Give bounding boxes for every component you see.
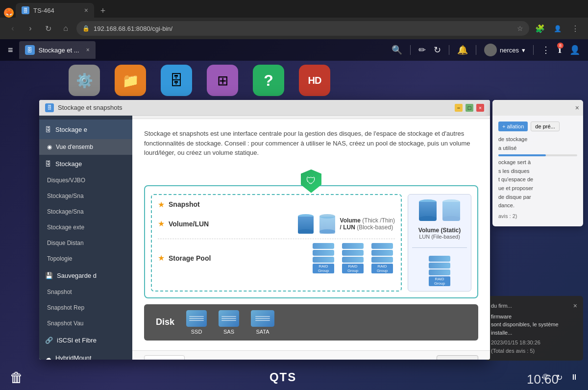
dialog-footer: Ignorer Suivant [132, 350, 490, 360]
user-settings-icon[interactable]: 👤 [569, 45, 580, 55]
disk-row: Disk [144, 304, 478, 341]
address-text: 192.168.68.61:8080/cgi-bin/ [94, 25, 172, 32]
sidebar-item-snapshot-rep[interactable]: Snapshot Rep [39, 300, 132, 316]
browser-tabs: 🦊 🗄 TS-464 × + [0, 0, 588, 18]
sidebar-item-snapshot-vau[interactable]: Snapshot Vau [39, 316, 132, 331]
qts-desktop: ≡ 🗄 Stockage et ... × 🔍 ✏ ↻ 🔔 nerces ▾ ⋮… [0, 39, 588, 390]
sata-line-1 [255, 316, 270, 317]
minimize-button[interactable]: − [455, 104, 463, 112]
browser-toolbar: ‹ › ↻ ⌂ 🔒 192.168.68.61:8080/cgi-bin/ ☆ … [0, 18, 588, 39]
topbar-separator-2 [449, 45, 449, 55]
raid-group-icon-1: RAIDGroup [311, 243, 336, 273]
arch-inner-dynamic: ★ Snapshot ★ Volume/LUN [151, 194, 402, 292]
iscsi-label: iSCSI et Fibre [57, 337, 97, 344]
trash-icon[interactable]: 🗑 [10, 369, 24, 386]
right-panel-text-2: a utilisé [498, 144, 577, 153]
storage-app-tab[interactable]: 🗄 Stockage et ... × [19, 41, 96, 59]
installation-button[interactable]: + allation [498, 122, 528, 131]
sas-slot-body [219, 310, 239, 327]
storage-pool-row: ★ Storage Pool [158, 243, 395, 273]
tab-label: TS-464 [33, 7, 54, 14]
iscsi-icon: 🔗 [45, 337, 53, 344]
ssd-line-1 [189, 316, 204, 317]
next-button[interactable]: Suivant [437, 355, 478, 360]
help-app-icon[interactable]: ? [253, 65, 284, 96]
right-panel-text-1: de stockage [498, 135, 577, 144]
tab-close-button[interactable]: × [84, 6, 88, 14]
sas-slot [219, 310, 239, 327]
files-app-icon[interactable]: 📁 [115, 65, 146, 96]
back-button[interactable]: ‹ [6, 22, 20, 35]
profile-icon[interactable]: 👤 [551, 22, 564, 35]
refresh-icon[interactable]: ↻ [434, 45, 441, 55]
progress-bar-fill [498, 154, 546, 156]
address-bar[interactable]: 🔒 192.168.68.61:8080/cgi-bin/ ☆ [76, 21, 529, 36]
storage-sidebar: 🗄 Stockage e ◉ Vue d'ensemb 🗄 Stockage D… [39, 116, 132, 360]
snapshot-star-icon: ★ [158, 200, 165, 209]
static-vol-icon-2 [441, 199, 461, 221]
bell-icon[interactable]: 🔔 [457, 45, 468, 55]
storage-titlebar-icon: 🗄 [45, 103, 54, 112]
database-app-icon[interactable]: 🗄 [161, 65, 192, 96]
notification-text: firmware sont disponibles, le système in… [491, 313, 577, 355]
settings-app-icon[interactable]: ⚙️ [69, 65, 100, 96]
qts-time-display: 10:60 [527, 372, 559, 387]
user-menu[interactable]: nerces ▾ [484, 44, 525, 56]
extensions-icon[interactable]: 🧩 [533, 22, 547, 35]
sata-slot-body [251, 310, 274, 327]
arch-static-panel: Volume (Static) LUN (File-based) [408, 194, 471, 292]
storage-app-tab-close[interactable]: × [86, 47, 90, 53]
sidebar-item-disques[interactable]: Disques/VJBO [39, 172, 132, 188]
static-raid-group-label: RAID Group [429, 276, 450, 286]
qts-logo: QTS [270, 370, 296, 384]
sidebar-item-disque-dist[interactable]: Disque Distan [39, 235, 132, 251]
maximize-button[interactable]: □ [466, 104, 473, 112]
dialog-body: Stockage et snapshots est une interface … [132, 119, 490, 350]
more-options-icon[interactable]: ⋮ [541, 45, 550, 55]
right-panel-body: + allation de pré... de stockage a utili… [492, 116, 583, 226]
grid-app-icon[interactable]: ⊞ [207, 65, 238, 96]
sidebar-item-stockage-sna[interactable]: Stockage/Sna [39, 188, 132, 204]
hamburger-menu-button[interactable]: ≡ [8, 45, 13, 55]
acceleration-label: Stockage/Sna [47, 208, 84, 215]
raid-group-icon-3: RAIDGroup [369, 243, 395, 273]
sidebar-category-iscsi[interactable]: 🔗 iSCSI et Fibre [39, 331, 132, 349]
search-icon[interactable]: 🔍 [392, 45, 402, 55]
volume-labels: Volume (Thick /Thin) / LUN (Block-based) [340, 217, 395, 231]
sidebar-item-stockage-ext[interactable]: Stockage exte [39, 219, 132, 235]
new-tab-button[interactable]: + [96, 4, 110, 18]
shield-icon: 🛡 [301, 170, 321, 193]
pre-button[interactable]: de pré... [531, 122, 559, 131]
browser-menu-button[interactable]: ⋮ [568, 22, 582, 35]
sauvegarde-icon: 💾 [45, 272, 53, 279]
sidebar-category-hybridmount[interactable]: ☁ HybridMount [39, 349, 132, 360]
ignore-button[interactable]: Ignorer [144, 355, 185, 360]
right-panel-text: de stockage a utilisé ockage sert à s le… [498, 135, 577, 220]
notification-close-icon[interactable]: × [573, 302, 577, 310]
forward-button[interactable]: › [24, 22, 37, 35]
sidebar-category-sauvegarde[interactable]: 💾 Sauvegarde d [39, 267, 132, 284]
ssd-line-2 [189, 318, 204, 319]
browser-tab-ts464[interactable]: 🗄 TS-464 × [16, 3, 94, 18]
right-panel-text-5: t qu'espace de [498, 175, 577, 184]
info-notification-icon[interactable]: ℹ 8 [558, 45, 562, 55]
sidebar-item-vue-ensemble[interactable]: ◉ Vue d'ensemb [39, 139, 132, 155]
tab-favicon: 🗄 [22, 6, 29, 14]
notification-text-2: sont disponibles, le système installe... [491, 320, 577, 337]
sidebar-item-acceleration[interactable]: Stockage/Sna [39, 204, 132, 219]
static-divider [412, 247, 467, 248]
user-dropdown-icon: ▾ [522, 47, 525, 54]
hd-app-icon[interactable]: HD [299, 65, 330, 96]
pause-icon[interactable]: ⏸ [570, 373, 578, 382]
home-button[interactable]: ⌂ [59, 22, 73, 35]
browser-chrome: 🦊 🗄 TS-464 × + ‹ › ↻ ⌂ 🔒 192.168.68.61:8… [0, 0, 588, 39]
edit-icon[interactable]: ✏ [418, 45, 426, 55]
right-panel-close-icon[interactable]: × [575, 104, 579, 112]
sidebar-item-topologie[interactable]: Topologie [39, 251, 132, 267]
sidebar-category-stockage[interactable]: 🗄 Stockage [39, 155, 132, 172]
close-window-button[interactable]: × [476, 104, 484, 112]
refresh-button[interactable]: ↻ [41, 22, 55, 35]
sidebar-item-snapshot[interactable]: Snapshot [39, 284, 132, 300]
star-icon[interactable]: ☆ [517, 24, 523, 32]
notification-header: du firm... × [491, 302, 577, 310]
